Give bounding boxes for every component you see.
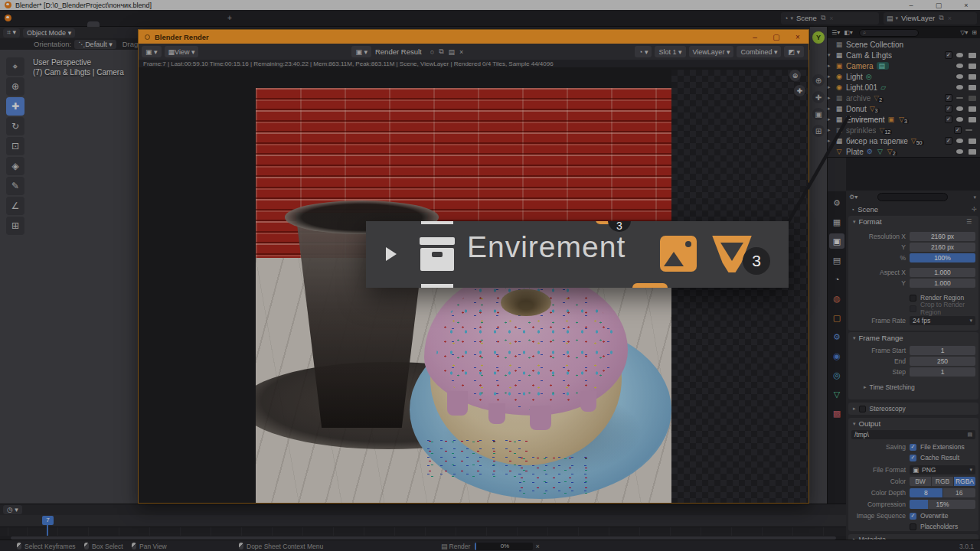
workspace-tab[interactable]	[100, 21, 112, 27]
expand-arrow-icon[interactable]: ▸	[828, 63, 835, 69]
properties-tab-icon[interactable]: ◉	[829, 348, 844, 364]
expand-arrow-icon[interactable]: ▸	[828, 106, 835, 112]
tool-button[interactable]: ∠	[6, 197, 24, 215]
hide-eye-icon[interactable]	[956, 149, 963, 154]
new-scene-icon[interactable]: ⧉	[821, 14, 825, 22]
properties-tab-icon[interactable]: ◎	[829, 367, 844, 383]
zoom-in-icon[interactable]: ⊕	[789, 70, 801, 81]
output-path-field[interactable]: /tmp\▤	[851, 430, 975, 439]
frame-step-field[interactable]: 1	[910, 367, 975, 377]
disable-in-render-camera-icon[interactable]	[969, 74, 976, 80]
frame-end-field[interactable]: 250	[910, 357, 975, 366]
aspect-x-field[interactable]: 1.000	[910, 268, 975, 277]
resolution-x-field[interactable]: 2160 px	[910, 232, 975, 241]
pan-hand-icon[interactable]: ✚	[794, 85, 805, 96]
view-mode-dropdown[interactable]: ▦ View ▾	[165, 46, 199, 57]
hide-eye-icon[interactable]	[956, 97, 963, 99]
outliner-row[interactable]: ▸ ▦ archive ▽2 ✓	[828, 93, 980, 103]
outliner-collapse-icon[interactable]: ☰▾	[831, 29, 840, 36]
outliner-row[interactable]: ▸ ▦ Donut ▽3 ✓	[828, 103, 980, 114]
editor-type-icon[interactable]: ⚙▾	[849, 194, 858, 201]
properties-tab-icon[interactable]: ⚙	[829, 195, 844, 210]
hide-eye-icon[interactable]	[956, 74, 963, 79]
render-window-titlebar[interactable]: Blender Render – ▢ ×	[139, 30, 808, 44]
properties-tab-icon[interactable]: ▦	[829, 214, 844, 230]
disable-in-render-camera-icon[interactable]	[969, 139, 976, 144]
overwrite-checkbox[interactable]: ✓	[910, 513, 916, 520]
expand-arrow-icon[interactable]: ▸	[828, 148, 835, 155]
editor-type-button[interactable]: ⌗ ▾	[3, 28, 20, 37]
properties-tab-icon[interactable]: ▤	[829, 253, 844, 268]
expand-arrow-icon[interactable]	[386, 247, 397, 261]
hide-eye-icon[interactable]	[956, 117, 963, 122]
disable-in-render-camera-icon[interactable]	[969, 53, 976, 58]
file-extensions-checkbox[interactable]: ✓	[910, 444, 916, 451]
properties-tab-icon[interactable]: ▢	[829, 310, 844, 325]
file-format-dropdown[interactable]: ▣PNG▾	[910, 465, 975, 474]
workspace-tab[interactable]	[210, 21, 222, 27]
render-sphere-icon[interactable]: ◔ ▾	[635, 46, 652, 57]
properties-search-input[interactable]	[877, 193, 948, 201]
disable-in-render-camera-icon[interactable]	[969, 117, 976, 122]
hide-eye-icon[interactable]	[956, 64, 963, 68]
hide-eye-icon[interactable]	[956, 106, 963, 111]
exclude-checkbox[interactable]: ✓	[945, 137, 952, 145]
compression-slider[interactable]: 15%	[910, 500, 975, 509]
presets-icon[interactable]: ☰	[966, 218, 972, 225]
disable-in-render-camera-icon[interactable]	[969, 64, 976, 69]
layer-dropdown[interactable]: ViewLayer ▾	[689, 46, 734, 57]
exclude-checkbox[interactable]: ✓	[945, 105, 952, 112]
zoom-gizmo-icon[interactable]: ⊕	[812, 74, 825, 86]
outliner-row[interactable]: ▸ ▦ Envirement ▣ ▽3 ✓	[828, 114, 980, 125]
slot-dropdown[interactable]: Slot 1 ▾	[655, 46, 685, 57]
expand-arrow-icon[interactable]: ▾	[828, 52, 835, 58]
properties-tab-icon[interactable]: ◔	[829, 272, 844, 287]
outliner-row[interactable]: ▸ ▣ Camera ▤	[828, 60, 980, 71]
timeline-tracks[interactable]	[0, 527, 846, 536]
unlink-image-icon[interactable]: ×	[457, 48, 466, 56]
exclude-checkbox[interactable]: ✓	[954, 126, 962, 134]
options-chevron-icon[interactable]: ▾	[973, 194, 976, 201]
render-close-button[interactable]: ×	[787, 33, 808, 41]
tool-button[interactable]: ↻	[6, 117, 24, 135]
expand-arrow-icon[interactable]: ▸	[828, 95, 835, 101]
image-datablock-name[interactable]: Render Result	[375, 47, 422, 56]
filter-funnel-icon[interactable]: ▽▾	[960, 29, 968, 36]
outliner-search-input[interactable]: ⌕	[859, 29, 919, 37]
new-image-icon[interactable]: ⧉	[436, 47, 446, 56]
hide-eye-icon[interactable]	[956, 139, 963, 143]
tool-button[interactable]: ⌖	[6, 57, 24, 76]
tool-button[interactable]: ⊞	[6, 217, 24, 235]
output-section-header[interactable]: ▾Output	[853, 419, 880, 428]
open-image-folder-icon[interactable]: ▤	[446, 48, 458, 56]
color-bw-option[interactable]: BW	[910, 477, 931, 486]
disable-in-render-camera-icon[interactable]	[969, 96, 976, 101]
tool-button[interactable]: ✚	[6, 97, 24, 116]
tool-button[interactable]: ✎	[6, 177, 24, 195]
new-viewlayer-icon[interactable]: ⧉	[939, 14, 943, 22]
exclude-checkbox[interactable]: ✓	[945, 51, 952, 59]
maximize-button[interactable]: ▢	[925, 2, 952, 9]
depth-8-option[interactable]: 8	[910, 488, 942, 497]
expand-arrow-icon[interactable]: ▸	[828, 127, 835, 133]
resolution-percent-slider[interactable]: 100%	[910, 253, 975, 262]
properties-tab-icon[interactable]: ▩	[829, 406, 844, 421]
close-button[interactable]: ×	[952, 2, 980, 9]
expand-arrow-icon[interactable]: ▸	[828, 84, 835, 90]
tool-button[interactable]: ⊕	[6, 77, 24, 96]
expand-arrow-icon[interactable]: ▸	[828, 73, 835, 80]
viewlayer-selector[interactable]: ▤ ▾ ViewLayer ⧉ ×	[884, 12, 977, 24]
axis-gizmo-y[interactable]: Y	[812, 31, 825, 44]
disable-in-render-camera-icon[interactable]	[969, 149, 976, 155]
disable-in-render-camera-icon[interactable]	[969, 85, 976, 90]
exclude-checkbox[interactable]: ✓	[945, 94, 952, 102]
editor-type-button[interactable]: ▣ ▾	[142, 46, 162, 57]
workspace-tab[interactable]	[136, 21, 149, 27]
outliner-row[interactable]: ▸ ▦ sprinkles ▽12 ✓	[828, 125, 980, 135]
image-datablock-icon[interactable]: ▣ ▾	[351, 46, 371, 57]
scene-selector[interactable]: ◔ ▾ Scene ⧉ ×	[781, 12, 879, 24]
properties-tab-icon[interactable]: ◍	[829, 291, 844, 306]
camera-view-icon[interactable]: ▣	[812, 108, 825, 120]
outliner-row[interactable]: ▸ ◉ Light ◎	[828, 71, 980, 82]
crop-region-checkbox[interactable]	[910, 305, 916, 312]
